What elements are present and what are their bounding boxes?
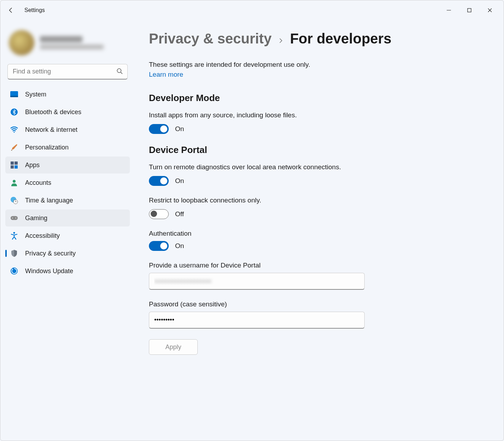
sidebar-item-label: Network & internet [25, 126, 77, 134]
maximize-icon [467, 8, 472, 13]
wifi-icon [10, 126, 18, 134]
arrow-left-icon [8, 7, 14, 13]
auth-label: Authentication [149, 230, 489, 237]
svg-point-9 [14, 132, 15, 133]
device-portal-desc: Turn on remote diagnostics over local ar… [149, 163, 489, 171]
sidebar-item-label: Personalization [25, 144, 69, 151]
globe-clock-icon [10, 196, 18, 204]
search-box [7, 64, 128, 80]
breadcrumb-parent[interactable]: Privacy & security [149, 31, 272, 47]
accessibility-icon [10, 232, 18, 240]
learn-more-link[interactable]: Learn more [149, 71, 183, 78]
sidebar-item-label: Apps [25, 161, 40, 169]
person-icon [10, 179, 18, 187]
sidebar-item-label: Windows Update [25, 267, 73, 275]
loopback-toggle[interactable] [149, 209, 169, 219]
sidebar-item-accessibility[interactable]: Accessibility [5, 227, 130, 244]
svg-rect-13 [15, 165, 18, 169]
system-icon [10, 90, 18, 98]
maximize-button[interactable] [459, 3, 480, 17]
back-button[interactable] [4, 3, 18, 17]
svg-point-19 [15, 218, 16, 218]
password-input[interactable] [149, 312, 365, 329]
app-title: Settings [24, 7, 45, 13]
close-button[interactable] [480, 3, 500, 17]
sidebar-item-bluetooth[interactable]: Bluetooth & devices [5, 104, 130, 120]
intro-text: These settings are intended for developm… [149, 61, 489, 69]
sidebar-item-gaming[interactable]: Gaming [5, 210, 130, 227]
sidebar-item-label: Time & language [25, 197, 73, 204]
paintbrush-icon [10, 143, 18, 151]
update-icon [10, 267, 18, 275]
username-label: Provide a username for Device Portal [149, 261, 489, 269]
close-icon [487, 8, 492, 13]
sidebar-item-label: Accounts [25, 179, 51, 187]
sidebar-item-privacy[interactable]: Privacy & security [5, 245, 130, 262]
main-content: Privacy & security For developers These … [135, 20, 504, 441]
profile-text [40, 36, 104, 49]
sidebar-item-network[interactable]: Network & internet [5, 121, 130, 138]
sidebar-item-label: Gaming [25, 214, 47, 222]
svg-rect-6 [10, 91, 18, 96]
developer-mode-toggle[interactable] [149, 124, 169, 134]
sidebar-item-system[interactable]: System [5, 86, 130, 103]
sidebar-item-label: Privacy & security [25, 250, 76, 257]
apps-icon [10, 161, 18, 169]
sidebar-item-label: Accessibility [25, 232, 60, 240]
svg-rect-12 [11, 165, 14, 169]
titlebar: Settings [0, 0, 504, 20]
nav-list: System Bluetooth & devices Network & int… [5, 86, 130, 280]
password-label: Password (case sensitive) [149, 300, 489, 308]
auth-toggle[interactable] [149, 241, 169, 251]
svg-line-5 [121, 72, 122, 74]
device-portal-toggle-state: On [175, 177, 184, 185]
sidebar-item-label: Bluetooth & devices [25, 108, 81, 116]
sidebar-item-accounts[interactable]: Accounts [5, 174, 130, 191]
developer-mode-desc: Install apps from any source, including … [149, 111, 489, 119]
svg-rect-10 [11, 161, 14, 165]
loopback-desc: Restrict to loopback connections only. [149, 196, 489, 204]
svg-point-4 [117, 69, 121, 72]
svg-point-18 [12, 218, 13, 218]
svg-rect-11 [15, 161, 18, 165]
search-icon [116, 68, 123, 76]
developer-mode-toggle-state: On [175, 125, 184, 133]
sidebar-item-apps[interactable]: Apps [5, 157, 130, 174]
minimize-icon [446, 8, 451, 13]
minimize-button[interactable] [439, 3, 459, 17]
breadcrumb: Privacy & security For developers [149, 31, 489, 47]
device-portal-heading: Device Portal [149, 145, 489, 155]
sidebar-item-personalization[interactable]: Personalization [5, 139, 130, 156]
window-controls [439, 3, 500, 17]
chevron-right-icon [278, 36, 284, 46]
sidebar-item-update[interactable]: Windows Update [5, 263, 130, 280]
page-title: For developers [290, 31, 392, 47]
sidebar-item-time[interactable]: Time & language [5, 192, 130, 209]
device-portal-toggle[interactable] [149, 176, 169, 186]
username-input[interactable] [149, 273, 365, 290]
loopback-toggle-state: Off [175, 210, 184, 218]
svg-point-20 [13, 232, 15, 234]
sidebar: System Bluetooth & devices Network & int… [0, 20, 135, 441]
profile-block[interactable] [5, 27, 130, 63]
sidebar-item-label: System [25, 91, 46, 98]
developer-mode-heading: Developer Mode [149, 93, 489, 104]
gamepad-icon [10, 214, 18, 222]
search-input[interactable] [7, 64, 128, 80]
apply-button[interactable]: Apply [149, 339, 198, 355]
svg-point-14 [13, 180, 16, 183]
auth-toggle-state: On [175, 242, 184, 250]
avatar [9, 30, 34, 55]
svg-rect-17 [11, 216, 18, 220]
bluetooth-icon [10, 108, 18, 116]
shield-icon [10, 249, 18, 257]
svg-rect-7 [10, 96, 18, 97]
svg-rect-1 [468, 8, 471, 12]
